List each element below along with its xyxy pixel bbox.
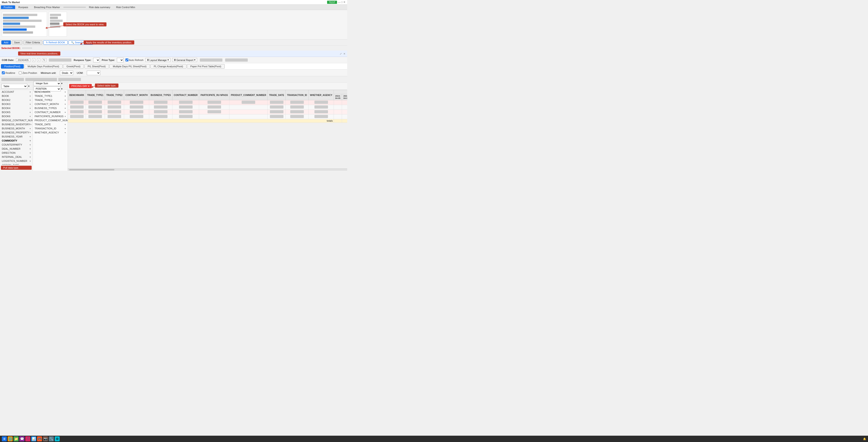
- middle-item-trade-type1[interactable]: TRADE_TYPE1 ▾: [33, 94, 68, 98]
- cell-blur: [179, 110, 193, 113]
- sidebar-item-logistics[interactable]: LOGISTICS_NUMBER ▾: [0, 159, 33, 163]
- annotation-pull-data: Pull data type.: [1, 166, 32, 170]
- middle-item-whether-agency[interactable]: WHETHER_AGENCY ▾: [33, 131, 68, 135]
- pivot-tab-paper-pnl[interactable]: Paper Pnl Pivot Table(Pivot): [187, 64, 225, 69]
- tab-risk-summary[interactable]: Risk data summary: [86, 5, 113, 9]
- pivot-tab-pl-sheet[interactable]: P/L Sheet(Pivot): [84, 64, 109, 69]
- sidebar-item-direction[interactable]: DIRECTION ▾: [0, 151, 33, 155]
- sidebar-item-business-month[interactable]: BUSINESS_MONTH ▾: [0, 127, 33, 131]
- cob-next[interactable]: ›: [37, 58, 40, 62]
- cell-blur: [88, 101, 102, 104]
- realtime-label[interactable]: Realtime: [2, 71, 15, 74]
- app-container: Mark To Market TEST — □ ✕ Position Runpa…: [0, 0, 347, 171]
- date-cell: [334, 105, 342, 110]
- cell-blur: [314, 115, 328, 118]
- sidebar-item-business-prop[interactable]: BUSINESS_PROPERTY ▾: [0, 131, 33, 135]
- sidebar-item-bridge[interactable]: BRIDGE_CONTRACT_NUMBER ▾: [0, 118, 33, 122]
- pivot-tab-greek[interactable]: Greek(Pivot): [63, 64, 84, 69]
- sidebar-item-book[interactable]: BOOK ▾: [0, 94, 33, 98]
- selected-book-label: Selected BOOK:: [1, 47, 21, 49]
- sidebar-item-account[interactable]: ACCOUNT ▾: [0, 90, 33, 94]
- sidebar-item-internal-deal[interactable]: INTERNAL_DEAL ▾: [0, 155, 33, 159]
- sidebar-item-commodity[interactable]: COMMODITY ▾: [0, 139, 33, 143]
- annotation-table-type: Select table type.: [95, 83, 119, 88]
- chevron-down-icon-2: ▾: [194, 59, 195, 61]
- left-sidebar: ACCOUNT ▾ BOOK ▾ BOOK2 ▾ BOOK3 ▾ BOOK4 ▾…: [0, 90, 33, 165]
- tab-runpass[interactable]: Runpass: [16, 5, 31, 9]
- right-panel: PRICING DAY Select table type. BENCHMARK…: [68, 82, 347, 171]
- cob-prev[interactable]: ‹: [32, 58, 35, 62]
- scrollbar-thumb[interactable]: [69, 169, 114, 170]
- auto-refresh-checkbox[interactable]: [125, 59, 128, 61]
- pricing-day-button[interactable]: PRICING DAY: [69, 84, 92, 88]
- th-trade-date: TRADE_DATE: [268, 90, 285, 100]
- data-table-container[interactable]: BENCHMARK TRADE_TYPE1 TRADE_TYPE2 CONTRA…: [68, 90, 347, 168]
- chart-panel-1: [2, 12, 47, 37]
- sidebar-item-book4[interactable]: BOOK4 ▾: [0, 106, 33, 110]
- sidebar-item-business-year[interactable]: BUSINESS_YEAR ▾: [0, 135, 33, 139]
- tab-breaching[interactable]: Breaching Price Marker: [31, 5, 63, 9]
- sidebar-item-option-type[interactable]: OPTION_TYPE ▾: [0, 163, 33, 165]
- cell-blur: [70, 115, 84, 118]
- middle-item-contract-month[interactable]: CONTRACT_MONTH ▾: [33, 102, 68, 106]
- cob-value[interactable]: 20240405: [16, 58, 30, 62]
- cob-refresh[interactable]: ↻: [42, 58, 46, 62]
- price-type-select[interactable]: [117, 58, 124, 62]
- table-type-select[interactable]: Table: [1, 84, 27, 89]
- pivot-tab-multiday[interactable]: Multiple Days Position(Pivot): [24, 64, 63, 69]
- cell-blur: [179, 115, 193, 118]
- sidebar-item-book6[interactable]: BOOK6 ▾: [0, 114, 33, 118]
- cell-blur: [290, 101, 304, 104]
- save-button[interactable]: Save: [12, 40, 22, 44]
- auto-refresh-label[interactable]: Auto Refresh: [125, 59, 144, 61]
- apply-button[interactable]: Apply: [94, 40, 105, 44]
- runpass-type-select[interactable]: [93, 58, 100, 62]
- chevron-table-icon: ▾: [28, 85, 29, 88]
- cell-blur: [70, 110, 84, 113]
- view-bar-expand[interactable]: ⤢: [340, 52, 342, 55]
- date-cell: [334, 110, 342, 114]
- cell-blur: [88, 105, 102, 109]
- sidebar-item-deal-number[interactable]: DEAL_NUMBER ▾: [0, 147, 33, 151]
- middle-item-contract-number[interactable]: CONTRACT_NUMBER ▾: [33, 110, 68, 114]
- cell-blur: [154, 101, 167, 104]
- middle-item-participate[interactable]: PARTICIPATE_RUNPASS ▾: [33, 114, 68, 118]
- add-button[interactable]: Add: [1, 40, 11, 44]
- tab-position[interactable]: Position: [1, 5, 15, 9]
- pivot-tab-multiday-pl[interactable]: Multiple Days P/L Sheet(Pivot): [110, 64, 150, 69]
- middle-item-trade-type2[interactable]: TRADE_TYPE2 ▾: [33, 98, 68, 102]
- middle-item-benchmark[interactable]: BENCHMARK ▾: [33, 90, 68, 94]
- general-report-btn[interactable]: ⊞ General Report ▾: [172, 58, 197, 62]
- pivot-tab-pl-change[interactable]: PL Change Analysis(Pivot): [150, 64, 186, 69]
- sidebar-item-counterparty[interactable]: COUNTERPARTY ▾: [0, 143, 33, 147]
- cell-blur: [154, 105, 167, 109]
- th-whether-agency: WHETHER_AGENCY: [309, 90, 334, 100]
- search-book-button[interactable]: 🔍 Search BOOK: [68, 40, 93, 45]
- middle-item-trade-date[interactable]: TRADE_DATE ▾: [33, 122, 68, 127]
- sidebar-item-book5[interactable]: BOOK5 ▾: [0, 110, 33, 114]
- zero-position-checkbox[interactable]: [19, 71, 22, 74]
- uom-select[interactable]: [87, 71, 100, 75]
- sidebar-item-book3[interactable]: BOOK3 ▾: [0, 102, 33, 106]
- cell-blur: [70, 101, 84, 104]
- middle-item-product-comment[interactable]: PRODUCT_COMMENT_NUMBER ▾: [33, 118, 68, 122]
- horizontal-scrollbar[interactable]: [68, 168, 347, 171]
- minimum-unit-label: Minimum unit:: [41, 72, 56, 74]
- pivot-tab-position[interactable]: Position(Pivot): [1, 64, 24, 69]
- view-bar-close[interactable]: ✕: [343, 52, 345, 55]
- integer-sum-select[interactable]: Integer Sum: [34, 81, 61, 86]
- th-date-0408: 2024-04-08: [342, 94, 347, 100]
- filter-criteria-button[interactable]: Filter Criteria: [23, 40, 42, 44]
- layout-manage-btn[interactable]: ⊞ Layout Manage ▾: [145, 58, 170, 62]
- minimum-unit-select[interactable]: Deals: [60, 71, 73, 75]
- cell-blur: [107, 110, 121, 113]
- sidebar-item-book2[interactable]: BOOK2 ▾: [0, 98, 33, 102]
- middle-item-business-types[interactable]: BUSINESS_TYPES ▾: [33, 106, 68, 110]
- refresh-book-button[interactable]: ↻ Refresh BOOK: [43, 40, 68, 45]
- sidebar-item-business-inv[interactable]: BUSINESS_INVENTORY ▾: [0, 122, 33, 127]
- realtime-checkbox[interactable]: [2, 71, 5, 74]
- tab-risk-control[interactable]: Risk Control Mtm: [114, 5, 138, 9]
- middle-item-transaction-id[interactable]: TRANSACTION_ID ▾: [33, 127, 68, 131]
- zero-position-label[interactable]: Zero Position: [19, 71, 37, 74]
- window-controls[interactable]: — □ ✕: [338, 1, 345, 4]
